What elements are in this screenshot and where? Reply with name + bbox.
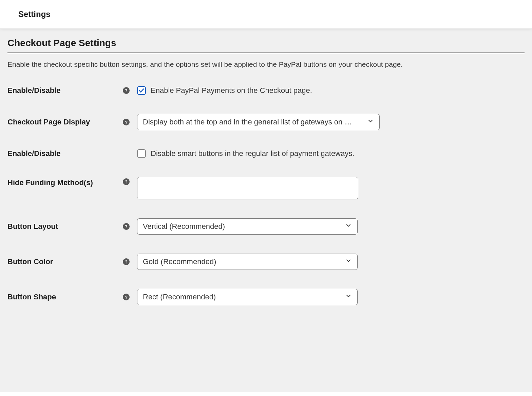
page-header: Settings — [0, 0, 532, 29]
label-disable-smart: Enable/Disable — [7, 149, 123, 158]
checkbox-disable-smart[interactable] — [137, 149, 146, 158]
checkbox-label-disable-smart: Disable smart buttons in the regular lis… — [151, 149, 354, 158]
page-title: Settings — [18, 9, 514, 19]
check-icon — [138, 87, 145, 94]
label-button-color: Button Color — [7, 257, 123, 266]
control-button-color: Gold (Recommended) — [137, 254, 525, 270]
select-button-color[interactable]: Gold (Recommended) — [137, 254, 358, 270]
row-enable-checkout: Enable/Disable ? Enable PayPal Payments … — [7, 86, 525, 95]
select-button-shape[interactable]: Rect (Recommended) — [137, 289, 358, 305]
section-title: Checkout Page Settings — [7, 38, 525, 53]
select-button-layout[interactable]: Vertical (Recommended) — [137, 218, 358, 235]
help-icon[interactable]: ? — [123, 294, 130, 300]
chevron-down-icon — [367, 118, 374, 126]
row-checkout-display: Checkout Page Display ? Display both at … — [7, 114, 525, 130]
label-button-shape: Button Shape — [7, 293, 123, 301]
select-checkout-display[interactable]: Display both at the top and in the gener… — [137, 114, 380, 130]
row-button-color: Button Color ? Gold (Recommended) — [7, 254, 525, 270]
multiselect-hide-funding[interactable] — [137, 177, 358, 199]
control-hide-funding — [137, 177, 525, 199]
chevron-down-icon — [345, 222, 352, 231]
section-description: Enable the checkout specific button sett… — [7, 59, 525, 69]
help-icon[interactable]: ? — [123, 178, 130, 185]
row-disable-smart: Enable/Disable Disable smart buttons in … — [7, 149, 525, 158]
label-button-layout: Button Layout — [7, 222, 123, 231]
select-value-button-shape: Rect (Recommended) — [143, 293, 342, 301]
select-value-checkout-display: Display both at the top and in the gener… — [143, 118, 364, 126]
help-icon[interactable]: ? — [123, 258, 130, 265]
select-value-button-color: Gold (Recommended) — [143, 257, 342, 266]
control-disable-smart: Disable smart buttons in the regular lis… — [137, 149, 525, 158]
chevron-down-icon — [345, 257, 352, 266]
row-button-shape: Button Shape ? Rect (Recommended) — [7, 289, 525, 305]
select-value-button-layout: Vertical (Recommended) — [143, 222, 342, 231]
checkbox-enable-checkout[interactable] — [137, 86, 146, 95]
checkbox-label-enable-checkout: Enable PayPal Payments on the Checkout p… — [151, 86, 312, 95]
label-checkout-display: Checkout Page Display — [7, 118, 123, 126]
control-button-layout: Vertical (Recommended) — [137, 218, 525, 235]
row-hide-funding: Hide Funding Method(s) ? — [7, 177, 525, 199]
control-enable-checkout: Enable PayPal Payments on the Checkout p… — [137, 86, 525, 95]
row-button-layout: Button Layout ? Vertical (Recommended) — [7, 218, 525, 235]
label-enable-checkout: Enable/Disable — [7, 86, 123, 95]
control-button-shape: Rect (Recommended) — [137, 289, 525, 305]
control-checkout-display: Display both at the top and in the gener… — [137, 114, 525, 130]
help-icon[interactable]: ? — [123, 223, 130, 230]
label-hide-funding: Hide Funding Method(s) — [7, 177, 123, 187]
chevron-down-icon — [345, 293, 352, 301]
content-area: Checkout Page Settings Enable the checko… — [0, 29, 532, 392]
help-icon[interactable]: ? — [123, 119, 130, 125]
help-icon[interactable]: ? — [123, 87, 130, 94]
